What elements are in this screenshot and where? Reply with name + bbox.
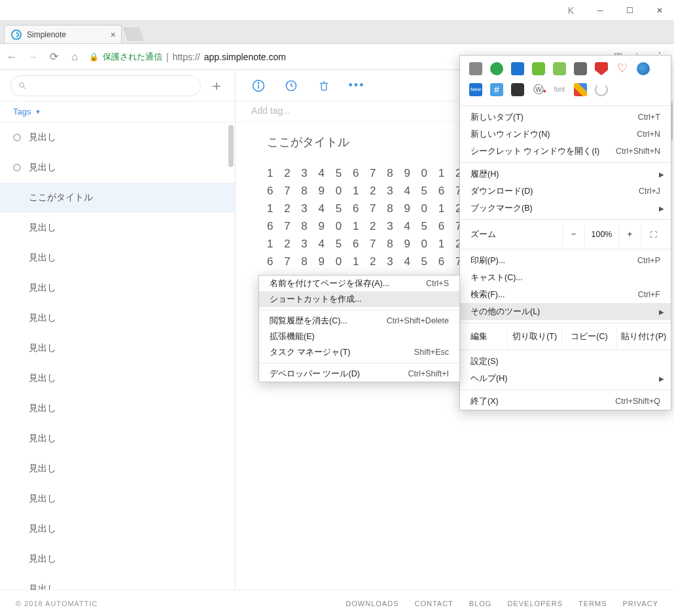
note-list-item[interactable]: 見出し — [0, 574, 235, 590]
note-list-item[interactable]: 見出し — [0, 363, 235, 393]
menu-zoom-row: ズーム − 100% + ⛶ — [460, 223, 671, 246]
note-list-item[interactable]: 見出し — [0, 303, 235, 333]
info-button[interactable] — [251, 79, 266, 93]
note-list-item[interactable]: 見出し — [0, 273, 235, 303]
note-list-item[interactable]: 見出し — [0, 153, 235, 183]
new-note-button[interactable]: ＋ — [209, 76, 224, 96]
menu-more-tools[interactable]: その他のツール(L)▶ — [460, 303, 671, 320]
zoom-out-button[interactable]: − — [562, 223, 584, 246]
new-tab-button[interactable] — [123, 27, 143, 41]
menu-incognito[interactable]: シークレット ウィンドウを開く(I)Ctrl+Shift+N — [460, 143, 671, 160]
extension-icon[interactable] — [595, 62, 608, 75]
menu-cut[interactable]: 切り取り(T) — [507, 326, 561, 347]
menu-new-window[interactable]: 新しいウィンドウ(N)Ctrl+N — [460, 126, 671, 143]
extension-icon[interactable] — [490, 62, 503, 75]
extension-icon[interactable] — [595, 83, 608, 96]
menu-exit[interactable]: 終了(X)Ctrl+Shift+Q — [460, 393, 671, 410]
simplenote-favicon-icon — [11, 29, 22, 40]
extension-icon[interactable] — [637, 62, 650, 75]
window-minimize-button[interactable]: ─ — [586, 0, 615, 21]
tab-title: Simplenote — [27, 30, 66, 39]
extension-icon[interactable] — [532, 62, 545, 75]
note-list-item[interactable]: 見出し — [0, 243, 235, 273]
menu-downloads[interactable]: ダウンロード(D)Ctrl+J — [460, 183, 671, 200]
footer-link-downloads[interactable]: DOWNLOADS — [346, 600, 399, 607]
search-icon: ⚲ — [16, 79, 28, 91]
browser-tab[interactable]: Simplenote × — [4, 25, 122, 43]
zoom-label: ズーム — [470, 229, 562, 240]
trash-button[interactable] — [317, 79, 331, 93]
note-list-item[interactable]: 見出し — [0, 393, 235, 424]
nav-home-button[interactable]: ⌂ — [68, 51, 81, 63]
search-input[interactable]: ⚲ — [10, 75, 201, 96]
menu-history[interactable]: 履歴(H)▶ — [460, 166, 671, 183]
footer: © 2018 AUTOMATTIC DOWNLOADS CONTACT BLOG… — [0, 590, 674, 616]
note-list: 見出し見出しここがタイトル見出し見出し見出し見出し見出し見出し見出し見出し見出し… — [0, 122, 235, 590]
submenu-arrow-icon: ▶ — [659, 308, 664, 316]
extension-icon[interactable] — [574, 83, 587, 96]
extension-icon[interactable]: # — [490, 83, 503, 96]
sidebar: ⚲ ＋ Tags ▼ 見出し見出しここがタイトル見出し見出し見出し見出し見出し見… — [0, 70, 236, 590]
note-list-item[interactable]: ここがタイトル — [0, 183, 235, 213]
menu-edit-row: 編集 切り取り(T) コピー(C) 貼り付け(P) — [460, 326, 671, 347]
menu-help[interactable]: ヘルプ(H)▶ — [460, 370, 671, 387]
submenu-clear-history[interactable]: 閲覧履歴を消去(C)...Ctrl+Shift+Delete — [259, 313, 459, 329]
zoom-value: 100% — [584, 223, 618, 246]
note-list-item[interactable]: 見出し — [0, 514, 235, 544]
menu-paste[interactable]: 貼り付け(P) — [616, 326, 671, 347]
app-indicator-icon: K — [556, 5, 586, 16]
extension-icon[interactable] — [469, 62, 482, 75]
submenu-arrow-icon: ▶ — [659, 375, 664, 382]
extension-icon[interactable]: ♡ — [616, 62, 629, 75]
extension-icon[interactable] — [511, 83, 524, 96]
more-actions-button[interactable]: ••• — [349, 79, 364, 93]
nav-forward-button[interactable]: → — [26, 51, 39, 63]
footer-link-terms[interactable]: TERMS — [578, 600, 607, 607]
extension-icons-row: ♡ New # ⓦ font — [460, 56, 671, 103]
footer-link-blog[interactable]: BLOG — [469, 600, 492, 607]
submenu-dev-tools[interactable]: デベロッパー ツール(D)Ctrl+Shift+I — [259, 366, 459, 382]
submenu-extensions[interactable]: 拡張機能(E) — [259, 329, 459, 344]
note-list-item[interactable]: 見出し — [0, 484, 235, 514]
close-tab-button[interactable]: × — [111, 29, 116, 40]
note-list-item[interactable]: 見出し — [0, 454, 235, 484]
note-list-item[interactable]: 見出し — [0, 424, 235, 454]
revisions-button[interactable] — [284, 79, 298, 93]
extension-icon[interactable]: New — [469, 83, 482, 96]
footer-link-developers[interactable]: DEVELOPERS — [507, 600, 563, 607]
nav-back-button[interactable]: ← — [5, 51, 18, 63]
note-list-item[interactable]: 見出し — [0, 122, 235, 153]
submenu-create-shortcut[interactable]: ショートカットを作成... — [259, 291, 459, 307]
note-list-item[interactable]: 見出し — [0, 544, 235, 574]
extension-icon[interactable] — [511, 62, 524, 75]
zoom-in-button[interactable]: + — [618, 223, 641, 246]
submenu-save-as[interactable]: 名前を付けてページを保存(A)...Ctrl+S — [259, 276, 459, 291]
chrome-main-menu: ♡ New # ⓦ font 新しいタブ(T)Ctrl+T 新しいウィンドウ(N… — [459, 55, 671, 410]
extension-icon[interactable]: font — [553, 83, 566, 96]
extension-icon[interactable] — [553, 62, 566, 75]
note-list-item[interactable]: 見出し — [0, 213, 235, 243]
menu-settings[interactable]: 設定(S) — [460, 353, 671, 370]
tags-label: Tags — [13, 107, 31, 117]
menu-new-tab[interactable]: 新しいタブ(T)Ctrl+T — [460, 109, 671, 126]
extension-icon[interactable] — [574, 62, 587, 75]
menu-cast[interactable]: キャスト(C)... — [460, 269, 671, 286]
submenu-task-manager[interactable]: タスク マネージャ(T)Shift+Esc — [259, 344, 459, 360]
sidebar-scrollbar[interactable] — [228, 122, 234, 590]
footer-link-privacy[interactable]: PRIVACY — [623, 600, 658, 607]
menu-print[interactable]: 印刷(P)...Ctrl+P — [460, 252, 671, 269]
menu-copy[interactable]: コピー(C) — [561, 326, 616, 347]
fullscreen-button[interactable]: ⛶ — [641, 223, 665, 246]
nav-reload-button[interactable]: ⟳ — [47, 50, 60, 63]
extension-icon[interactable]: ⓦ — [532, 83, 545, 96]
footer-link-contact[interactable]: CONTACT — [414, 600, 453, 607]
window-close-button[interactable]: ✕ — [645, 0, 674, 21]
tags-dropdown[interactable]: Tags ▼ — [0, 101, 235, 122]
edit-row-label: 編集 — [460, 331, 507, 342]
menu-find[interactable]: 検索(F)...Ctrl+F — [460, 286, 671, 303]
note-list-item[interactable]: 見出し — [0, 333, 235, 363]
window-maximize-button[interactable]: ☐ — [615, 0, 645, 21]
submenu-arrow-icon: ▶ — [659, 205, 664, 212]
submenu-arrow-icon: ▶ — [659, 171, 664, 178]
menu-bookmarks[interactable]: ブックマーク(B)▶ — [460, 200, 671, 217]
